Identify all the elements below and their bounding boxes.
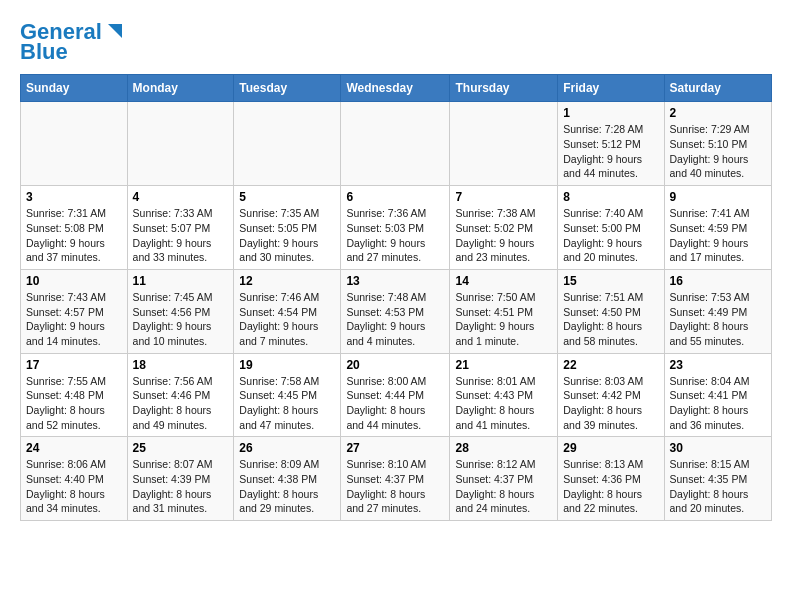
calendar-cell: 28Sunrise: 8:12 AM Sunset: 4:37 PM Dayli… xyxy=(450,437,558,521)
day-detail: Sunrise: 7:43 AM Sunset: 4:57 PM Dayligh… xyxy=(26,290,122,349)
day-number: 7 xyxy=(455,190,552,204)
day-detail: Sunrise: 7:31 AM Sunset: 5:08 PM Dayligh… xyxy=(26,206,122,265)
day-number: 8 xyxy=(563,190,658,204)
calendar-cell: 17Sunrise: 7:55 AM Sunset: 4:48 PM Dayli… xyxy=(21,353,128,437)
day-number: 27 xyxy=(346,441,444,455)
day-detail: Sunrise: 7:50 AM Sunset: 4:51 PM Dayligh… xyxy=(455,290,552,349)
day-number: 5 xyxy=(239,190,335,204)
week-row-5: 24Sunrise: 8:06 AM Sunset: 4:40 PM Dayli… xyxy=(21,437,772,521)
calendar-cell: 16Sunrise: 7:53 AM Sunset: 4:49 PM Dayli… xyxy=(664,269,772,353)
header-row: SundayMondayTuesdayWednesdayThursdayFrid… xyxy=(21,75,772,102)
day-number: 12 xyxy=(239,274,335,288)
svg-marker-0 xyxy=(108,24,122,38)
day-detail: Sunrise: 7:40 AM Sunset: 5:00 PM Dayligh… xyxy=(563,206,658,265)
calendar-cell xyxy=(341,102,450,186)
day-header-wednesday: Wednesday xyxy=(341,75,450,102)
day-number: 6 xyxy=(346,190,444,204)
day-header-saturday: Saturday xyxy=(664,75,772,102)
header: General Blue xyxy=(20,20,772,64)
day-number: 17 xyxy=(26,358,122,372)
day-header-monday: Monday xyxy=(127,75,234,102)
day-number: 24 xyxy=(26,441,122,455)
day-number: 9 xyxy=(670,190,767,204)
day-detail: Sunrise: 7:51 AM Sunset: 4:50 PM Dayligh… xyxy=(563,290,658,349)
calendar-cell: 23Sunrise: 8:04 AM Sunset: 4:41 PM Dayli… xyxy=(664,353,772,437)
day-number: 30 xyxy=(670,441,767,455)
day-detail: Sunrise: 8:09 AM Sunset: 4:38 PM Dayligh… xyxy=(239,457,335,516)
day-detail: Sunrise: 7:53 AM Sunset: 4:49 PM Dayligh… xyxy=(670,290,767,349)
calendar-cell: 24Sunrise: 8:06 AM Sunset: 4:40 PM Dayli… xyxy=(21,437,128,521)
calendar-cell: 3Sunrise: 7:31 AM Sunset: 5:08 PM Daylig… xyxy=(21,186,128,270)
day-detail: Sunrise: 7:29 AM Sunset: 5:10 PM Dayligh… xyxy=(670,122,767,181)
calendar-cell: 30Sunrise: 8:15 AM Sunset: 4:35 PM Dayli… xyxy=(664,437,772,521)
day-number: 20 xyxy=(346,358,444,372)
calendar-cell: 4Sunrise: 7:33 AM Sunset: 5:07 PM Daylig… xyxy=(127,186,234,270)
calendar-cell: 15Sunrise: 7:51 AM Sunset: 4:50 PM Dayli… xyxy=(558,269,664,353)
calendar-cell: 11Sunrise: 7:45 AM Sunset: 4:56 PM Dayli… xyxy=(127,269,234,353)
calendar-cell: 9Sunrise: 7:41 AM Sunset: 4:59 PM Daylig… xyxy=(664,186,772,270)
day-number: 13 xyxy=(346,274,444,288)
day-number: 21 xyxy=(455,358,552,372)
logo: General Blue xyxy=(20,20,124,64)
calendar-cell: 19Sunrise: 7:58 AM Sunset: 4:45 PM Dayli… xyxy=(234,353,341,437)
day-detail: Sunrise: 8:13 AM Sunset: 4:36 PM Dayligh… xyxy=(563,457,658,516)
calendar-cell: 7Sunrise: 7:38 AM Sunset: 5:02 PM Daylig… xyxy=(450,186,558,270)
day-detail: Sunrise: 8:03 AM Sunset: 4:42 PM Dayligh… xyxy=(563,374,658,433)
day-number: 18 xyxy=(133,358,229,372)
calendar-cell xyxy=(450,102,558,186)
logo-arrow-icon xyxy=(104,22,124,42)
day-detail: Sunrise: 8:07 AM Sunset: 4:39 PM Dayligh… xyxy=(133,457,229,516)
day-number: 29 xyxy=(563,441,658,455)
calendar-table: SundayMondayTuesdayWednesdayThursdayFrid… xyxy=(20,74,772,521)
calendar-cell xyxy=(234,102,341,186)
day-number: 15 xyxy=(563,274,658,288)
day-detail: Sunrise: 7:55 AM Sunset: 4:48 PM Dayligh… xyxy=(26,374,122,433)
calendar-cell: 22Sunrise: 8:03 AM Sunset: 4:42 PM Dayli… xyxy=(558,353,664,437)
calendar-cell: 10Sunrise: 7:43 AM Sunset: 4:57 PM Dayli… xyxy=(21,269,128,353)
day-header-thursday: Thursday xyxy=(450,75,558,102)
calendar-cell: 6Sunrise: 7:36 AM Sunset: 5:03 PM Daylig… xyxy=(341,186,450,270)
calendar-cell: 20Sunrise: 8:00 AM Sunset: 4:44 PM Dayli… xyxy=(341,353,450,437)
calendar-cell: 1Sunrise: 7:28 AM Sunset: 5:12 PM Daylig… xyxy=(558,102,664,186)
day-number: 10 xyxy=(26,274,122,288)
day-detail: Sunrise: 7:58 AM Sunset: 4:45 PM Dayligh… xyxy=(239,374,335,433)
day-detail: Sunrise: 7:33 AM Sunset: 5:07 PM Dayligh… xyxy=(133,206,229,265)
day-detail: Sunrise: 8:15 AM Sunset: 4:35 PM Dayligh… xyxy=(670,457,767,516)
day-detail: Sunrise: 7:36 AM Sunset: 5:03 PM Dayligh… xyxy=(346,206,444,265)
calendar-cell: 5Sunrise: 7:35 AM Sunset: 5:05 PM Daylig… xyxy=(234,186,341,270)
day-number: 26 xyxy=(239,441,335,455)
day-detail: Sunrise: 8:00 AM Sunset: 4:44 PM Dayligh… xyxy=(346,374,444,433)
day-number: 25 xyxy=(133,441,229,455)
day-number: 14 xyxy=(455,274,552,288)
day-detail: Sunrise: 8:12 AM Sunset: 4:37 PM Dayligh… xyxy=(455,457,552,516)
calendar-cell xyxy=(127,102,234,186)
logo-blue: Blue xyxy=(20,40,68,64)
day-number: 3 xyxy=(26,190,122,204)
day-detail: Sunrise: 7:41 AM Sunset: 4:59 PM Dayligh… xyxy=(670,206,767,265)
day-detail: Sunrise: 7:35 AM Sunset: 5:05 PM Dayligh… xyxy=(239,206,335,265)
week-row-3: 10Sunrise: 7:43 AM Sunset: 4:57 PM Dayli… xyxy=(21,269,772,353)
calendar-cell: 14Sunrise: 7:50 AM Sunset: 4:51 PM Dayli… xyxy=(450,269,558,353)
calendar-cell xyxy=(21,102,128,186)
calendar-cell: 25Sunrise: 8:07 AM Sunset: 4:39 PM Dayli… xyxy=(127,437,234,521)
week-row-4: 17Sunrise: 7:55 AM Sunset: 4:48 PM Dayli… xyxy=(21,353,772,437)
calendar-cell: 27Sunrise: 8:10 AM Sunset: 4:37 PM Dayli… xyxy=(341,437,450,521)
day-detail: Sunrise: 7:46 AM Sunset: 4:54 PM Dayligh… xyxy=(239,290,335,349)
day-detail: Sunrise: 8:01 AM Sunset: 4:43 PM Dayligh… xyxy=(455,374,552,433)
day-detail: Sunrise: 7:38 AM Sunset: 5:02 PM Dayligh… xyxy=(455,206,552,265)
calendar-cell: 18Sunrise: 7:56 AM Sunset: 4:46 PM Dayli… xyxy=(127,353,234,437)
calendar-cell: 13Sunrise: 7:48 AM Sunset: 4:53 PM Dayli… xyxy=(341,269,450,353)
calendar-body: 1Sunrise: 7:28 AM Sunset: 5:12 PM Daylig… xyxy=(21,102,772,521)
calendar-cell: 26Sunrise: 8:09 AM Sunset: 4:38 PM Dayli… xyxy=(234,437,341,521)
day-number: 11 xyxy=(133,274,229,288)
day-detail: Sunrise: 7:45 AM Sunset: 4:56 PM Dayligh… xyxy=(133,290,229,349)
week-row-2: 3Sunrise: 7:31 AM Sunset: 5:08 PM Daylig… xyxy=(21,186,772,270)
day-header-tuesday: Tuesday xyxy=(234,75,341,102)
day-number: 23 xyxy=(670,358,767,372)
calendar-header: SundayMondayTuesdayWednesdayThursdayFrid… xyxy=(21,75,772,102)
calendar-cell: 2Sunrise: 7:29 AM Sunset: 5:10 PM Daylig… xyxy=(664,102,772,186)
day-detail: Sunrise: 7:28 AM Sunset: 5:12 PM Dayligh… xyxy=(563,122,658,181)
calendar-cell: 12Sunrise: 7:46 AM Sunset: 4:54 PM Dayli… xyxy=(234,269,341,353)
day-number: 28 xyxy=(455,441,552,455)
day-number: 22 xyxy=(563,358,658,372)
